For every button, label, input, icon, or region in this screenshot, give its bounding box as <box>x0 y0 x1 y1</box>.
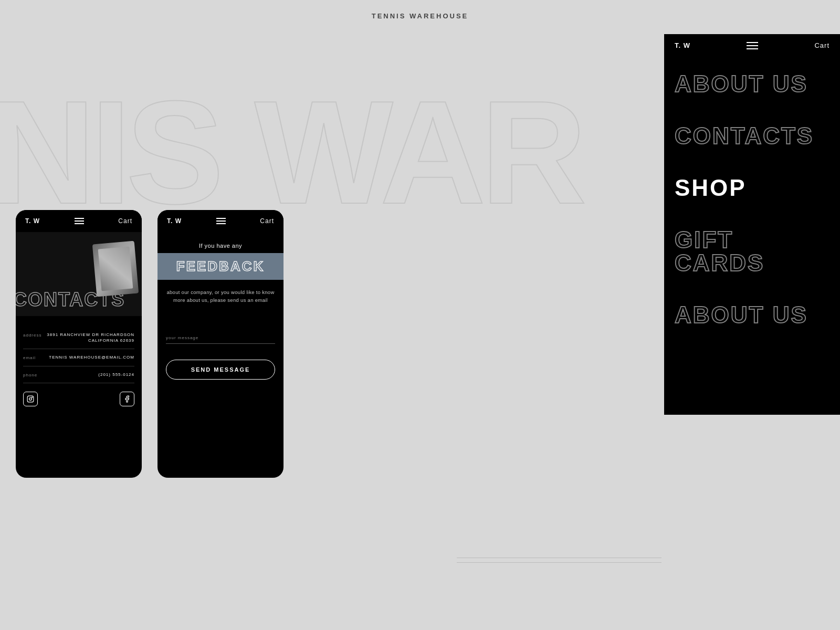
address-label: address <box>23 333 41 338</box>
phone1-nav: T. W Cart <box>16 210 142 232</box>
phone-large-hamburger-icon[interactable] <box>747 42 758 49</box>
phone-row: phone (201) 555-0124 <box>23 366 134 383</box>
phone2-feedback-text: FEEDBACK <box>176 258 265 274</box>
phone1-image <box>92 241 139 297</box>
phone1-info-section: address 3891 RANCHVIEW DR RICHARDSON CAL… <box>16 327 142 383</box>
phone2-message-area: your message <box>166 335 275 344</box>
phone2-message-label: your message <box>166 335 275 340</box>
phone2-intro-text: If you have any <box>166 243 275 249</box>
menu-gift-cards-label: GIFT CARDS <box>675 228 830 275</box>
phone-menu-mockup: T. W Cart ABOUT US CONTACTS SHOP GIFT CA… <box>664 34 840 415</box>
phone2-description: about our company, or you would like to … <box>166 288 275 304</box>
svg-point-2 <box>32 397 33 397</box>
svg-rect-0 <box>27 396 34 402</box>
phone1-hero: CONTACTS <box>16 232 142 316</box>
phone-large-cart[interactable]: Cart <box>814 41 830 49</box>
phone-value: (201) 555-0124 <box>98 372 134 377</box>
menu-item-contacts[interactable]: CONTACTS <box>664 124 840 148</box>
menu-item-about-us[interactable]: ABOUT US <box>664 72 840 96</box>
send-message-button[interactable]: SEND MESSAGE <box>166 360 275 380</box>
top-header: TENNIS WAREHOUSE <box>0 0 840 32</box>
menu-about-us-2-label: ABOUT US <box>675 303 808 327</box>
bottom-line-2 <box>457 562 662 563</box>
email-value: TENNIS WAREHOUSE@EMAIL.COM <box>49 354 134 360</box>
header-brand: TENNIS WAREHOUSE <box>372 12 469 20</box>
phone1-hamburger-icon[interactable] <box>75 218 84 224</box>
phone1-socials <box>16 383 142 406</box>
menu-about-us-label: ABOUT US <box>675 72 808 96</box>
bottom-lines <box>457 558 662 567</box>
phone-large-nav: T. W Cart <box>664 34 840 57</box>
menu-item-gift-cards[interactable]: GIFT CARDS <box>664 228 840 275</box>
bottom-line-1 <box>457 558 662 558</box>
address-row: address 3891 RANCHVIEW DR RICHARDSON CAL… <box>23 327 134 349</box>
phone-label: phone <box>23 373 37 377</box>
email-label: email <box>23 355 36 360</box>
phone2-message-line <box>166 343 275 344</box>
email-row: email TENNIS WAREHOUSE@EMAIL.COM <box>23 349 134 366</box>
phone-large-brand: T. W <box>675 41 690 49</box>
menu-item-about-us-2[interactable]: ABOUT US <box>664 303 840 327</box>
phone2-hamburger-icon[interactable] <box>216 218 226 224</box>
phone-feedback-mockup: T. W Cart If you have any FEEDBACK about… <box>158 210 284 478</box>
phone2-brand: T. W <box>167 217 182 225</box>
instagram-icon[interactable] <box>23 392 38 406</box>
svg-point-1 <box>29 397 32 400</box>
phone2-feedback-banner: FEEDBACK <box>158 253 284 280</box>
phone2-nav: T. W Cart <box>158 210 284 232</box>
menu-item-shop[interactable]: SHOP <box>664 176 840 200</box>
facebook-icon[interactable] <box>120 392 134 406</box>
phone-contacts-mockup: T. W Cart CONTACTS address 3891 RANCHVIE… <box>16 210 142 478</box>
phone1-cart[interactable]: Cart <box>118 217 132 225</box>
phone1-brand: T. W <box>25 217 40 225</box>
phone2-cart[interactable]: Cart <box>260 217 274 225</box>
phone2-content: If you have any FEEDBACK about our compa… <box>158 232 284 390</box>
menu-shop-label: SHOP <box>675 176 747 200</box>
address-value: 3891 RANCHVIEW DR RICHARDSON CALIFORNIA … <box>41 332 134 343</box>
menu-contacts-label: CONTACTS <box>675 124 814 148</box>
